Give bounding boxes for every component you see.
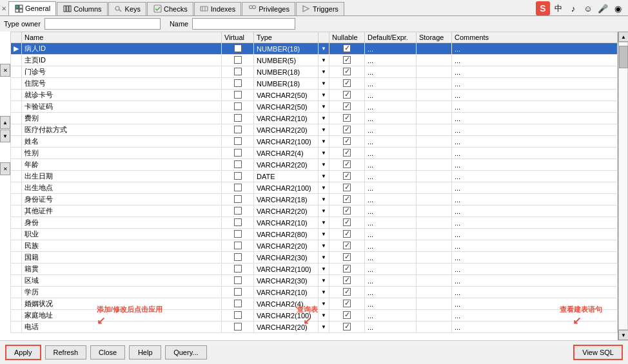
col-virtual-cell[interactable]: [222, 78, 254, 90]
col-virtual-cell[interactable]: [222, 101, 254, 113]
col-type-dropdown[interactable]: ▼: [319, 113, 329, 124]
col-nullable-cell[interactable]: [329, 78, 364, 90]
col-virtual-cell[interactable]: [222, 321, 254, 333]
col-virtual-cell[interactable]: [222, 217, 254, 229]
col-virtual-cell[interactable]: [222, 148, 254, 159]
col-virtual-cell[interactable]: [222, 194, 254, 206]
col-type-dropdown[interactable]: ▼: [319, 298, 329, 310]
col-nullable-cell[interactable]: [329, 229, 364, 240]
col-type-dropdown[interactable]: ▼: [319, 229, 329, 240]
col-type-dropdown[interactable]: ▼: [319, 124, 329, 136]
music-icon[interactable]: ♪: [567, 2, 580, 15]
scroll-track[interactable]: [618, 42, 628, 330]
col-type-dropdown[interactable]: ▼: [319, 90, 329, 101]
table-row[interactable]: 医疗付款方式VARCHAR2(20)▼......: [11, 124, 618, 136]
table-row[interactable]: 家庭地址VARCHAR2(100)▼......: [11, 310, 618, 321]
col-virtual-cell[interactable]: [222, 159, 254, 171]
col-nullable-cell[interactable]: [329, 206, 364, 217]
table-row[interactable]: 出生地点VARCHAR2(100)▼......: [11, 182, 618, 194]
left-side-btn-1[interactable]: ✕: [0, 64, 10, 77]
scroll-up-btn[interactable]: ▲: [618, 32, 628, 42]
col-virtual-cell[interactable]: [222, 229, 254, 240]
scroll-down-btn[interactable]: ▼: [618, 330, 628, 340]
col-nullable-cell[interactable]: [329, 194, 364, 206]
table-row[interactable]: 学历VARCHAR2(10)▼......: [11, 287, 618, 298]
col-virtual-cell[interactable]: [222, 206, 254, 217]
table-row[interactable]: 费别VARCHAR2(10)▼......: [11, 113, 618, 124]
col-type-dropdown[interactable]: ▼: [319, 217, 329, 229]
col-type-dropdown[interactable]: ▼: [319, 310, 329, 321]
s-logo-icon[interactable]: S: [536, 1, 550, 15]
col-type-dropdown[interactable]: ▼: [319, 159, 329, 171]
col-virtual-cell[interactable]: [222, 124, 254, 136]
col-nullable-cell[interactable]: [329, 287, 364, 298]
col-nullable-cell[interactable]: [329, 148, 364, 159]
chinese-icon[interactable]: 中: [552, 2, 565, 15]
col-nullable-cell[interactable]: [329, 182, 364, 194]
col-nullable-cell[interactable]: [329, 159, 364, 171]
col-nullable-cell[interactable]: [329, 101, 364, 113]
table-row[interactable]: ▶病人IDNUMBER(18)▼......: [11, 43, 618, 55]
table-row[interactable]: 性别VARCHAR2(4)▼......: [11, 148, 618, 159]
tab-privileges[interactable]: Privileges: [242, 2, 295, 15]
table-wrapper[interactable]: Name Virtual Type Nullable Default/Expr.…: [10, 32, 618, 340]
col-type-dropdown[interactable]: ▼: [319, 136, 329, 148]
col-nullable-cell[interactable]: [329, 171, 364, 182]
col-type-dropdown[interactable]: ▼: [319, 263, 329, 275]
type-owner-input[interactable]: [44, 18, 161, 30]
col-type-dropdown[interactable]: ▼: [319, 194, 329, 206]
table-row[interactable]: 主页IDNUMBER(5)▼......: [11, 55, 618, 66]
col-nullable-cell[interactable]: [329, 90, 364, 101]
col-type-dropdown[interactable]: ▼: [319, 148, 329, 159]
tab-keys[interactable]: Keys: [108, 2, 146, 15]
tab-general[interactable]: General: [8, 1, 56, 15]
col-virtual-cell[interactable]: [222, 55, 254, 66]
apply-button[interactable]: Apply: [5, 345, 41, 360]
col-nullable-cell[interactable]: [329, 263, 364, 275]
tab-triggers[interactable]: Triggers: [296, 2, 344, 15]
refresh-button[interactable]: Refresh: [45, 345, 87, 359]
col-virtual-cell[interactable]: [222, 252, 254, 263]
col-nullable-cell[interactable]: [329, 124, 364, 136]
emoji-icon[interactable]: ☺: [582, 2, 594, 15]
table-row[interactable]: 民族VARCHAR2(20)▼......: [11, 240, 618, 252]
table-row[interactable]: 卡验证码VARCHAR2(50)▼......: [11, 101, 618, 113]
left-side-btn-3[interactable]: ▼: [0, 129, 10, 142]
query-button[interactable]: Query...: [165, 345, 206, 359]
col-type-dropdown[interactable]: ▼: [319, 43, 329, 55]
table-row[interactable]: 门诊号NUMBER(18)▼......: [11, 66, 618, 78]
col-type-dropdown[interactable]: ▼: [319, 55, 329, 66]
scroll-thumb[interactable]: [619, 46, 628, 68]
close-x-icon[interactable]: ✕: [1, 5, 6, 12]
left-side-btn-2[interactable]: ▲: [0, 116, 10, 129]
name-input[interactable]: [192, 18, 295, 30]
col-nullable-cell[interactable]: [329, 55, 364, 66]
col-nullable-cell[interactable]: [329, 217, 364, 229]
right-scrollbar[interactable]: ▲ ▼: [618, 32, 628, 340]
col-type-dropdown[interactable]: ▼: [319, 321, 329, 333]
table-row[interactable]: 区域VARCHAR2(30)▼......: [11, 275, 618, 287]
table-row[interactable]: 电话VARCHAR2(20)▼......: [11, 321, 618, 333]
table-row[interactable]: 出生日期DATE▼......: [11, 171, 618, 182]
col-type-dropdown[interactable]: ▼: [319, 206, 329, 217]
col-nullable-cell[interactable]: [329, 310, 364, 321]
tab-columns[interactable]: Columns: [57, 2, 107, 15]
table-row[interactable]: 姓名VARCHAR2(100)▼......: [11, 136, 618, 148]
view-sql-button[interactable]: View SQL: [573, 345, 623, 360]
tab-indexes[interactable]: Indexes: [194, 2, 242, 15]
col-nullable-cell[interactable]: [329, 136, 364, 148]
table-row[interactable]: 住院号NUMBER(18)▼......: [11, 78, 618, 90]
col-type-dropdown[interactable]: ▼: [319, 66, 329, 78]
col-nullable-cell[interactable]: [329, 43, 364, 55]
help-button[interactable]: Help: [129, 345, 161, 359]
mic-icon[interactable]: 🎤: [596, 2, 609, 15]
table-row[interactable]: 身份VARCHAR2(10)▼......: [11, 217, 618, 229]
close-button[interactable]: Close: [90, 345, 125, 359]
col-type-dropdown[interactable]: ▼: [319, 240, 329, 252]
col-virtual-cell[interactable]: [222, 182, 254, 194]
table-row[interactable]: 职业VARCHAR2(80)▼......: [11, 229, 618, 240]
col-nullable-cell[interactable]: [329, 298, 364, 310]
table-row[interactable]: 国籍VARCHAR2(30)▼......: [11, 252, 618, 263]
col-nullable-cell[interactable]: [329, 66, 364, 78]
col-nullable-cell[interactable]: [329, 252, 364, 263]
